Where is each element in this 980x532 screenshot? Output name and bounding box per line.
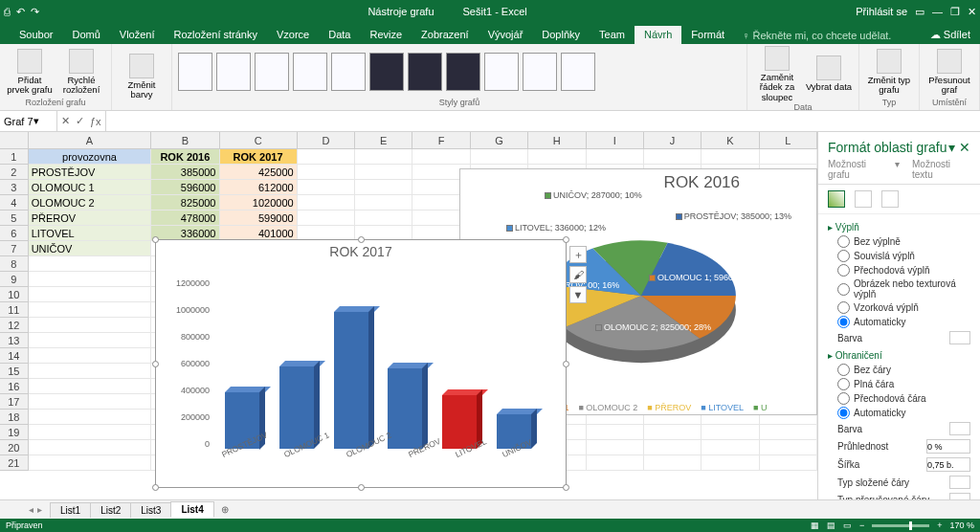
tab-vyvojar[interactable]: Vývojář bbox=[479, 26, 533, 44]
border-solid-radio[interactable] bbox=[837, 378, 850, 390]
formula-input[interactable] bbox=[106, 111, 980, 131]
tell-me-search[interactable]: ♀ Řekněte mi, co chcete udělat. bbox=[734, 27, 899, 44]
share-button[interactable]: ☁ Sdílet bbox=[921, 26, 980, 44]
minimize-icon[interactable]: — bbox=[932, 6, 943, 17]
save-icon[interactable]: ⎙ bbox=[4, 6, 11, 17]
fill-picture-radio[interactable] bbox=[837, 283, 850, 296]
fill-solid-radio[interactable] bbox=[837, 250, 850, 262]
width-input[interactable] bbox=[926, 457, 970, 472]
sheet-tab-list3[interactable]: List3 bbox=[130, 502, 171, 518]
sheet-tab-list1[interactable]: List1 bbox=[50, 502, 91, 518]
undo-icon[interactable]: ↶ bbox=[16, 6, 25, 18]
sheet-tab-list2[interactable]: List2 bbox=[90, 502, 131, 518]
tab-doplnky[interactable]: Doplňky bbox=[532, 26, 590, 44]
sheet-tab-list4[interactable]: List4 bbox=[170, 501, 213, 518]
worksheet-grid[interactable]: A B C D E F G H I J K L 1 provozovna ROK… bbox=[0, 132, 817, 509]
cell-A1[interactable]: provozovna bbox=[29, 149, 152, 165]
pane-menu-icon[interactable]: ▾ bbox=[948, 140, 955, 155]
cancel-fx-icon[interactable]: ✕ bbox=[61, 115, 70, 127]
chart-styles-gallery[interactable] bbox=[178, 46, 741, 98]
zoom-out-icon[interactable]: − bbox=[859, 521, 864, 530]
fill-color-picker[interactable] bbox=[949, 331, 970, 344]
tab-data[interactable]: Data bbox=[319, 26, 360, 44]
col-E[interactable]: E bbox=[355, 132, 412, 149]
compound-type-picker[interactable] bbox=[949, 476, 970, 489]
zoom-level[interactable]: 170 % bbox=[949, 521, 974, 530]
fx-icon[interactable]: ƒx bbox=[90, 116, 101, 127]
tab-vzorce[interactable]: Vzorce bbox=[267, 26, 319, 44]
col-H[interactable]: H bbox=[528, 132, 586, 149]
sheet-nav-prev[interactable]: ◂ bbox=[29, 504, 33, 515]
col-C[interactable]: C bbox=[220, 132, 298, 149]
bar-chart-title[interactable]: ROK 2017 bbox=[156, 240, 566, 259]
fill-gradient-radio[interactable] bbox=[837, 264, 850, 277]
col-B[interactable]: B bbox=[151, 132, 219, 149]
name-box[interactable]: Graf 7 ▾ bbox=[0, 111, 57, 131]
border-none-radio[interactable] bbox=[837, 364, 850, 376]
tab-vlozeni[interactable]: Vložení bbox=[110, 26, 165, 44]
close-icon[interactable]: ✕ bbox=[968, 6, 976, 18]
tab-zobrazeni[interactable]: Zobrazení bbox=[412, 26, 479, 44]
border-section-header[interactable]: ▸ Ohraničení bbox=[828, 350, 970, 361]
tab-rozlozeni[interactable]: Rozložení stránky bbox=[165, 26, 267, 44]
col-K[interactable]: K bbox=[702, 132, 759, 149]
view-page-icon[interactable]: ▤ bbox=[827, 521, 835, 530]
tab-format[interactable]: Formát bbox=[681, 26, 734, 44]
fill-auto-radio[interactable] bbox=[837, 316, 850, 328]
col-F[interactable]: F bbox=[412, 132, 470, 149]
tab-domu[interactable]: Domů bbox=[62, 26, 109, 44]
col-J[interactable]: J bbox=[644, 132, 702, 149]
maximize-icon[interactable]: ❐ bbox=[950, 6, 960, 18]
move-chart-button[interactable]: Přesunout graf bbox=[925, 49, 973, 96]
view-break-icon[interactable]: ▭ bbox=[843, 521, 852, 530]
tab-team[interactable]: Team bbox=[590, 26, 635, 44]
col-I[interactable]: I bbox=[587, 132, 644, 149]
border-gradient-radio[interactable] bbox=[837, 392, 850, 405]
pane-close-icon[interactable]: ✕ bbox=[959, 140, 970, 155]
change-colors-button[interactable]: Změnit barvy bbox=[118, 54, 166, 100]
sheet-nav-next[interactable]: ▸ bbox=[37, 504, 42, 515]
switch-row-column-button[interactable]: Zaměnit řádek za sloupec bbox=[753, 46, 801, 102]
col-G[interactable]: G bbox=[471, 132, 528, 149]
transparency-input[interactable] bbox=[926, 439, 970, 454]
col-L[interactable]: L bbox=[760, 132, 817, 149]
col-D[interactable]: D bbox=[298, 132, 355, 149]
cell-C1[interactable]: ROK 2017 bbox=[220, 149, 298, 165]
redo-icon[interactable]: ↷ bbox=[31, 6, 39, 18]
fill-section-header[interactable]: ▸ Výplň bbox=[828, 222, 970, 233]
pane-text-options[interactable]: Možnosti textu bbox=[912, 159, 970, 180]
col-A[interactable]: A bbox=[29, 132, 152, 149]
pane-tab-size-icon[interactable] bbox=[881, 190, 899, 208]
add-chart-element-button[interactable]: Přidat prvek grafu bbox=[6, 49, 54, 96]
fill-none-radio[interactable] bbox=[837, 235, 850, 248]
chart-filter-button[interactable]: ▼ bbox=[569, 286, 587, 303]
signin-link[interactable]: Přihlásit se bbox=[856, 6, 907, 17]
bar-plot-area[interactable]: 4250006120001020000599000401000259000 bbox=[213, 278, 539, 449]
tab-navrh[interactable]: Návrh bbox=[635, 26, 681, 44]
fill-pattern-radio[interactable] bbox=[837, 301, 850, 314]
tab-soubor[interactable]: Soubor bbox=[10, 26, 62, 44]
pane-tab-effects-icon[interactable] bbox=[855, 190, 872, 208]
chart-styles-button[interactable]: 🖌 bbox=[569, 266, 587, 283]
select-data-button[interactable]: Vybrat data bbox=[805, 55, 853, 92]
zoom-slider[interactable] bbox=[872, 524, 929, 527]
chart-elements-button[interactable]: ＋ bbox=[569, 246, 587, 263]
cell-B1[interactable]: ROK 2016 bbox=[151, 149, 219, 165]
ribbon-options-icon[interactable]: ▭ bbox=[915, 6, 924, 18]
enter-fx-icon[interactable]: ✓ bbox=[76, 115, 84, 127]
select-all-corner[interactable] bbox=[0, 132, 29, 149]
border-color-picker[interactable] bbox=[949, 422, 970, 435]
change-chart-type-button[interactable]: Změnit typ grafu bbox=[865, 49, 913, 96]
quick-layout-button[interactable]: Rychlé rozložení bbox=[57, 49, 105, 96]
border-auto-radio[interactable] bbox=[837, 407, 850, 419]
zoom-in-icon[interactable]: + bbox=[937, 521, 942, 530]
tab-revize[interactable]: Revize bbox=[360, 26, 412, 44]
new-sheet-button[interactable]: ⊕ bbox=[213, 502, 236, 517]
pane-tab-fill-icon[interactable] bbox=[828, 190, 845, 208]
bar-x-axis: PROSTĚJOVOLOMOUC 1OLOMOUC 2PŘEROVLITOVEL… bbox=[213, 451, 539, 483]
bar-chart-rok2017[interactable]: ＋ 🖌 ▼ ROK 2017 1200000100000080000060000… bbox=[155, 239, 567, 488]
pane-title: Formát oblasti grafu bbox=[828, 140, 947, 155]
pane-chart-options[interactable]: Možnosti grafu bbox=[828, 159, 887, 180]
pie-label-olomouc2: OLOMOUC 2; 825000; 28% bbox=[595, 322, 711, 332]
view-normal-icon[interactable]: ▦ bbox=[811, 521, 819, 530]
